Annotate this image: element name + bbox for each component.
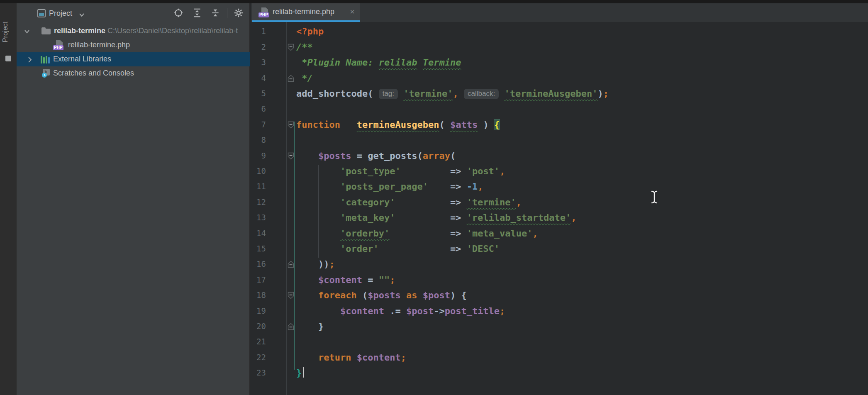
- code-line-18[interactable]: foreach ($posts as $post) {: [296, 288, 467, 303]
- code-line-2[interactable]: /**: [296, 39, 313, 55]
- code-token: [296, 181, 340, 192]
- chevron-right-icon[interactable]: [27, 56, 32, 65]
- code-token: [401, 166, 450, 176]
- code-line-22[interactable]: return $content;: [296, 350, 406, 365]
- line-number: 12: [251, 195, 266, 210]
- php-file-icon: PHP: [258, 7, 270, 17]
- code-token: [417, 290, 422, 300]
- code-token: {: [494, 119, 500, 130]
- code-editor[interactable]: 1234567891011121314151617181920212223 <?…: [251, 22, 868, 395]
- scratches-icon: [41, 68, 51, 78]
- code-line-10[interactable]: 'post_type' => 'post',: [296, 163, 505, 179]
- code-line-5[interactable]: add_shortcode( tag: 'termine', callback:…: [296, 86, 609, 101]
- line-number: 3: [251, 55, 266, 70]
- line-number: 9: [251, 148, 266, 163]
- chevron-down-icon[interactable]: [79, 11, 85, 19]
- code-token: add_shortcode(: [296, 88, 379, 99]
- code-token: =>: [450, 244, 467, 254]
- code-line-23[interactable]: }: [296, 365, 304, 380]
- gutter-border: [286, 22, 287, 395]
- code-token: ,: [478, 181, 483, 192]
- editor-tab-bar: PHP relilab-termine.php ×: [251, 3, 868, 22]
- settings-gear-icon[interactable]: [234, 8, 244, 19]
- code-line-9[interactable]: $posts = get_posts(array(: [296, 148, 456, 163]
- code-token: (: [357, 290, 368, 300]
- code-token: -1: [467, 181, 478, 192]
- code-token: [395, 197, 450, 207]
- code-token: [296, 275, 318, 285]
- close-tab-icon[interactable]: ×: [350, 7, 355, 17]
- code-line-17[interactable]: $content = "";: [296, 272, 395, 288]
- line-number: 5: [251, 86, 266, 101]
- editor-tab-relilab-termine[interactable]: PHP relilab-termine.php ×: [252, 3, 360, 22]
- code-token: [428, 181, 450, 192]
- code-token: [340, 119, 357, 130]
- line-number: 8: [251, 132, 266, 148]
- code-line-4[interactable]: */: [296, 71, 313, 86]
- libraries-icon: [41, 55, 51, 63]
- parameter-hint: tag:: [379, 89, 398, 99]
- code-token: [390, 228, 450, 239]
- code-token: /**: [296, 42, 313, 52]
- tree-row-php-file[interactable]: PHP relilab-termine.php: [17, 38, 250, 52]
- code-line-13[interactable]: 'meta_key' => 'relilab_startdate',: [296, 210, 577, 225]
- expand-all-button[interactable]: [193, 8, 203, 19]
- locate-file-button[interactable]: [173, 8, 184, 19]
- line-number: 6: [251, 101, 266, 117]
- tree-row-project-root[interactable]: relilab-termine C:\Users\Daniel\Desktop\…: [17, 24, 250, 38]
- code-token: 'post_type': [340, 166, 401, 176]
- code-token: [296, 166, 340, 176]
- code-token: =>: [450, 228, 467, 239]
- code-token: ,: [453, 88, 458, 99]
- line-number: 20: [251, 319, 266, 334]
- fold-marker-start[interactable]: [288, 152, 294, 160]
- code-token: [296, 306, 340, 316]
- code-line-19[interactable]: $content .= $post->post_title;: [296, 303, 505, 319]
- code-token: "": [379, 275, 390, 285]
- line-number: 19: [251, 303, 266, 319]
- fold-marker-end[interactable]: [288, 75, 294, 82]
- tool-window-mini-icon[interactable]: [5, 56, 11, 61]
- code-token: $content: [357, 352, 401, 363]
- fold-marker-start[interactable]: [288, 44, 294, 51]
- code-token: $posts: [368, 290, 400, 300]
- code-token: 'order': [340, 244, 379, 254]
- code-token: $post: [406, 306, 434, 316]
- code-token: [379, 244, 450, 254]
- project-panel-header: Project: [17, 3, 249, 25]
- code-token: $content: [318, 275, 362, 285]
- code-token: 'meta_key': [340, 212, 395, 223]
- tree-row-external-libraries[interactable]: External Libraries: [17, 52, 250, 66]
- code-line-15[interactable]: 'order' => 'DESC': [296, 241, 500, 256]
- collapse-all-button[interactable]: [211, 8, 222, 19]
- fold-marker-end[interactable]: [288, 261, 294, 268]
- code-line-12[interactable]: 'category' => 'termine',: [296, 195, 522, 210]
- code-line-16[interactable]: ));: [296, 256, 335, 272]
- code-line-14[interactable]: 'orderby' => 'meta_value',: [296, 226, 538, 241]
- tool-window-stripe: Project: [0, 3, 17, 395]
- code-line-11[interactable]: 'posts_per_page' => -1,: [296, 179, 483, 194]
- code-token: ,: [571, 212, 576, 223]
- code-token: =>: [450, 197, 467, 207]
- line-number: 16: [251, 256, 266, 272]
- fold-marker-start[interactable]: [288, 292, 294, 299]
- chevron-down-icon[interactable]: [17, 28, 31, 37]
- code-token: [401, 290, 406, 300]
- line-number: 10: [251, 163, 266, 179]
- code-line-3[interactable]: *Plugin Name: relilab Termine: [296, 55, 461, 70]
- code-token: Termine: [423, 57, 461, 68]
- tree-item-label: relilab-termine.php: [68, 41, 130, 49]
- code-token: ;: [401, 352, 406, 363]
- code-line-1[interactable]: <?php: [296, 24, 324, 39]
- code-line-7[interactable]: function termineAusgeben( $atts ) {: [296, 117, 500, 132]
- code-token: =>: [450, 181, 467, 192]
- text-caret: [303, 367, 304, 378]
- project-stripe-button[interactable]: Project: [2, 9, 15, 55]
- project-panel-title[interactable]: Project: [49, 9, 72, 18]
- fold-marker-start[interactable]: [288, 121, 294, 129]
- project-view-icon: [37, 9, 46, 20]
- tree-row-scratches[interactable]: Scratches and Consoles: [17, 66, 250, 80]
- tree-item-label: Scratches and Consoles: [53, 69, 134, 78]
- fold-marker-end[interactable]: [288, 323, 294, 330]
- code-line-20[interactable]: }: [296, 319, 324, 334]
